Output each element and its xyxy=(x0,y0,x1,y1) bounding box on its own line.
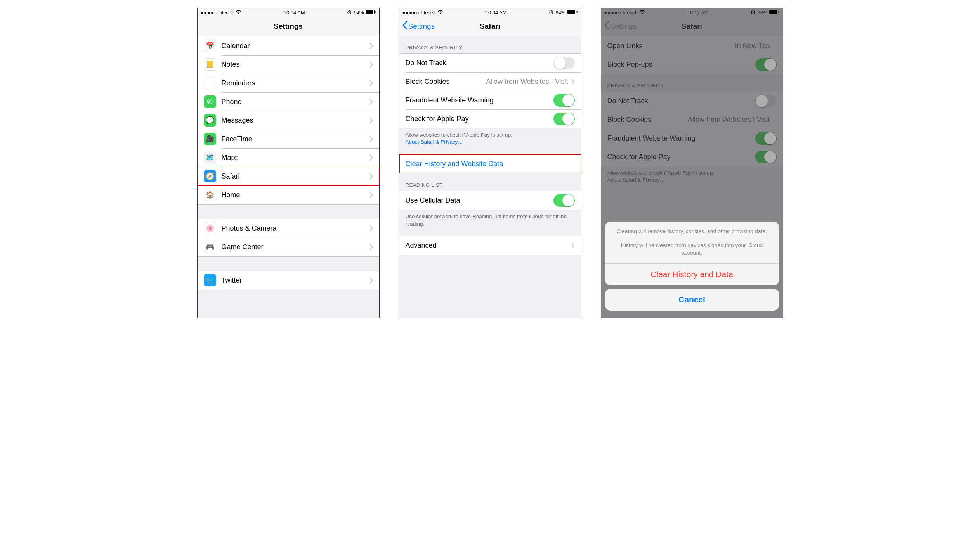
back-label: Settings xyxy=(408,22,435,31)
calendar-icon: 📅 xyxy=(204,40,216,52)
home-icon: 🏠 xyxy=(204,189,216,201)
nav-bar: Settings Safari xyxy=(399,17,581,36)
back-button[interactable]: Settings xyxy=(399,21,435,31)
chevron-right-icon xyxy=(369,99,373,105)
chevron-right-icon xyxy=(571,243,575,248)
chevron-left-icon xyxy=(402,21,408,31)
action-sheet-cancel-group: Cancel xyxy=(605,289,779,311)
reminders-icon: ≡ xyxy=(204,77,216,89)
cancel-button[interactable]: Cancel xyxy=(605,289,779,311)
chevron-right-icon xyxy=(369,80,373,86)
settings-row-home[interactable]: 🏠Home xyxy=(198,186,379,204)
row-value: Allow from Websites I Visit xyxy=(486,78,568,86)
row-label: Check for Apple Pay xyxy=(406,115,553,123)
status-bar: ●●●●○ lifecell 10:04 AM 94% xyxy=(198,8,379,17)
wifi-icon xyxy=(236,10,241,16)
nav-bar: Settings xyxy=(198,17,379,36)
section-footer-reading: Use cellular network to save Reading Lis… xyxy=(399,210,581,230)
row-advanced[interactable]: Advanced xyxy=(399,236,581,255)
clock: 10:04 AM xyxy=(486,10,507,16)
signal-icon: ●●●●○ xyxy=(201,10,218,16)
row-cellular-data[interactable]: Use Cellular Data xyxy=(399,191,581,210)
row-do-not-track[interactable]: Do Not Track xyxy=(399,54,581,72)
row-label: Safari xyxy=(222,172,369,180)
clock: 10:04 AM xyxy=(284,10,305,16)
chevron-right-icon xyxy=(369,278,373,283)
wifi-icon xyxy=(437,10,443,16)
section-footer-privacy: Allow websites to check if Apple Pay is … xyxy=(399,128,581,149)
row-block-cookies[interactable]: Block Cookies Allow from Websites I Visi… xyxy=(399,72,581,91)
facetime-icon: 🎥 xyxy=(204,133,216,145)
svg-rect-3 xyxy=(375,11,376,13)
screen-settings: ●●●●○ lifecell 10:04 AM 94% Settings 📅Ca… xyxy=(197,8,380,318)
chevron-right-icon xyxy=(369,118,373,123)
chevron-right-icon xyxy=(369,226,373,231)
alarm-icon xyxy=(549,10,553,16)
safari-icon: 🧭 xyxy=(204,170,216,182)
chevron-right-icon xyxy=(369,43,373,49)
maps-icon: 🗺️ xyxy=(204,151,216,164)
page-title: Settings xyxy=(198,22,379,31)
row-label: Calendar xyxy=(222,42,369,50)
screen-safari-settings: ●●●●○ lifecell 10:04 AM 94% Settings Saf… xyxy=(399,8,581,318)
row-label: Reminders xyxy=(222,79,369,87)
action-sheet-body: Clearing will remove history, cookies, a… xyxy=(605,222,779,285)
toggle-switch[interactable] xyxy=(553,194,575,207)
chevron-right-icon xyxy=(369,173,373,179)
chevron-right-icon xyxy=(369,244,373,250)
settings-row-safari[interactable]: 🧭Safari xyxy=(198,167,379,186)
alarm-icon xyxy=(347,10,352,16)
gamecenter-icon: 🎮 xyxy=(204,241,216,253)
chevron-right-icon xyxy=(369,155,373,161)
row-label: Game Center xyxy=(222,243,369,251)
settings-row-twitter[interactable]: 🐦Twitter xyxy=(198,271,379,290)
settings-row-calendar[interactable]: 📅Calendar xyxy=(198,36,379,55)
carrier-label: lifecell xyxy=(421,10,435,16)
about-privacy-link[interactable]: About Safari & Privacy… xyxy=(406,139,463,145)
battery-icon xyxy=(567,10,578,16)
row-label: Clear History and Website Data xyxy=(406,160,575,168)
row-label: Notes xyxy=(222,61,369,69)
phone-icon: ✆ xyxy=(204,95,216,108)
row-label: Fraudulent Website Warning xyxy=(406,96,553,104)
clear-history-button[interactable]: Clear History and Data xyxy=(605,263,779,285)
row-fraud-warning[interactable]: Fraudulent Website Warning xyxy=(399,91,581,109)
action-sheet-overlay: Clearing will remove history, cookies, a… xyxy=(601,8,783,318)
row-label: Do Not Track xyxy=(406,59,553,67)
section-header-privacy: PRIVACY & SECURITY xyxy=(399,36,581,53)
settings-row-maps[interactable]: 🗺️Maps xyxy=(198,148,379,167)
toggle-switch[interactable] xyxy=(553,113,575,125)
battery-percent: 94% xyxy=(555,10,565,16)
row-label: Maps xyxy=(222,154,369,162)
svg-rect-2 xyxy=(366,10,373,14)
row-label: Messages xyxy=(222,116,369,125)
row-label: FaceTime xyxy=(222,135,369,143)
carrier-label: lifecell xyxy=(220,10,234,16)
row-apple-pay[interactable]: Check for Apple Pay xyxy=(399,109,581,128)
status-bar: ●●●●○ lifecell 10:04 AM 94% xyxy=(399,8,581,17)
row-label: Phone xyxy=(222,98,369,106)
settings-row-photos-camera[interactable]: 🌸Photos & Camera xyxy=(198,219,379,238)
settings-row-game-center[interactable]: 🎮Game Center xyxy=(198,238,379,256)
twitter-icon: 🐦 xyxy=(204,274,216,286)
chevron-right-icon xyxy=(571,79,575,85)
sheet-message-1: Clearing will remove history, cookies, a… xyxy=(605,222,779,242)
section-header-reading: READING LIST xyxy=(399,173,581,191)
row-clear-history[interactable]: Clear History and Website Data xyxy=(399,154,581,173)
svg-rect-7 xyxy=(577,11,578,13)
chevron-right-icon xyxy=(369,136,373,142)
photos-icon: 🌸 xyxy=(204,222,216,234)
settings-row-phone[interactable]: ✆Phone xyxy=(198,92,379,111)
row-label: Block Cookies xyxy=(406,78,486,86)
toggle-switch[interactable] xyxy=(553,94,575,107)
toggle-switch[interactable] xyxy=(553,57,575,69)
chevron-right-icon xyxy=(369,192,373,198)
row-label: Photos & Camera xyxy=(222,224,369,232)
settings-row-facetime[interactable]: 🎥FaceTime xyxy=(198,130,379,148)
sheet-message-2: History will be cleared from devices sig… xyxy=(605,242,779,263)
settings-row-notes[interactable]: 📒Notes xyxy=(198,55,379,74)
settings-row-messages[interactable]: 💬Messages xyxy=(198,111,379,130)
battery-percent: 94% xyxy=(354,10,364,16)
row-label: Use Cellular Data xyxy=(406,196,553,205)
settings-row-reminders[interactable]: ≡Reminders xyxy=(198,74,379,92)
